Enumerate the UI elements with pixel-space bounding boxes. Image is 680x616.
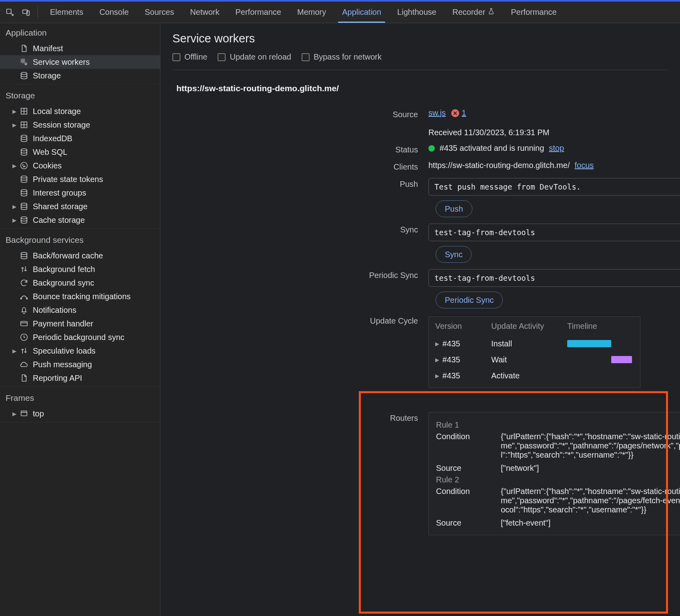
svg-rect-2 [27, 11, 29, 15]
sidebar-item-interest-groups[interactable]: Interest groups [0, 186, 160, 200]
sidebar-item-label: Push messaging [33, 360, 92, 369]
tab-console[interactable]: Console [91, 2, 136, 23]
chevron-right-icon: ▸ [435, 339, 439, 348]
tab-sources[interactable]: Sources [137, 2, 182, 23]
error-badge[interactable]: ✕ 1 [451, 108, 466, 118]
chevron-right-icon: ▸ [12, 202, 17, 211]
svg-point-4 [25, 63, 27, 65]
timeline-bar [611, 356, 632, 363]
sidebar-item-label: Shared storage [33, 202, 88, 211]
status-indicator-icon [428, 145, 435, 152]
offline-checkbox[interactable]: Offline [172, 52, 207, 62]
sidebar-item-background-sync[interactable]: Background sync [0, 276, 160, 290]
update-cycle-row[interactable]: ▸#435Wait [429, 352, 640, 368]
sidebar-item-web-sql[interactable]: Web SQL [0, 145, 160, 159]
svg-point-15 [21, 190, 27, 192]
sidebar-item-local-storage[interactable]: ▸Local storage [0, 104, 160, 118]
sidebar-item-background-fetch[interactable]: Background fetch [0, 262, 160, 276]
sidebar-item-label: Service workers [33, 58, 90, 67]
sidebar-item-label: Cookies [33, 161, 62, 170]
sidebar-item-push-messaging[interactable]: Push messaging [0, 358, 160, 371]
router-condition-value: {"urlPattern":{"hash":"*","hostname":"sw… [501, 487, 680, 514]
tab-lighthouse[interactable]: Lighthouse [389, 2, 444, 23]
sidebar-item-private-state-tokens[interactable]: Private state tokens [0, 172, 160, 186]
sidebar-item-label: Local storage [33, 107, 81, 116]
tab-elements[interactable]: Elements [42, 2, 91, 23]
error-count[interactable]: 1 [462, 108, 466, 118]
push-input[interactable] [428, 178, 680, 196]
update-cycle-row[interactable]: ▸#435Activate [429, 368, 640, 384]
sidebar-item-manifest[interactable]: Manifest [0, 42, 160, 55]
uc-col-timeline: Timeline [567, 322, 634, 331]
router-condition-value: {"urlPattern":{"hash":"*","hostname":"sw… [501, 432, 680, 460]
sidebar-item-payment-handler[interactable]: Payment handler [0, 317, 160, 330]
updown-icon [19, 346, 29, 356]
sidebar-item-label: Cache storage [33, 216, 85, 225]
inspect-icon[interactable] [2, 5, 18, 20]
sidebar-item-label: Notifications [33, 306, 76, 315]
cookie-icon [19, 161, 29, 170]
tab-recorder[interactable]: Recorder [444, 2, 503, 23]
sidebar-item-session-storage[interactable]: ▸Session storage [0, 118, 160, 132]
source-file-link[interactable]: sw.js [428, 108, 446, 118]
bypass-network-checkbox[interactable]: Bypass for network [302, 52, 382, 62]
sidebar-item-label: Private state tokens [33, 175, 103, 184]
svg-point-11 [22, 164, 23, 165]
top-tabs: ElementsConsoleSourcesNetworkPerformance… [42, 2, 565, 23]
device-toggle-icon[interactable] [18, 5, 34, 20]
label-status: Status [160, 144, 428, 154]
file-icon [19, 373, 29, 383]
routers-box: Rule 1Condition{"urlPattern":{"hash":"*"… [428, 412, 680, 535]
stop-link[interactable]: stop [549, 144, 564, 153]
focus-link[interactable]: focus [574, 161, 594, 170]
db-icon [19, 202, 29, 211]
sidebar-item-storage[interactable]: Storage [0, 69, 160, 82]
sidebar-item-label: Interest groups [33, 188, 86, 198]
tab-application[interactable]: Application [334, 2, 389, 23]
sidebar-item-shared-storage[interactable]: ▸Shared storage [0, 200, 160, 213]
sidebar-item-reporting-api[interactable]: Reporting API [0, 371, 160, 385]
sync-button[interactable]: Sync [436, 246, 472, 263]
sidebar-item-bounce-tracking-mitigations[interactable]: Bounce tracking mitigations [0, 290, 160, 303]
sidebar-item-speculative-loads[interactable]: ▸Speculative loads [0, 344, 160, 358]
db-icon [19, 134, 29, 143]
push-button[interactable]: Push [436, 200, 472, 217]
periodic-sync-input[interactable] [428, 269, 680, 287]
sidebar-item-label: Periodic background sync [33, 333, 124, 342]
sidebar-item-indexeddb[interactable]: IndexedDB [0, 132, 160, 145]
db-icon [19, 71, 29, 80]
update-on-reload-checkbox[interactable]: Update on reload [218, 52, 291, 62]
tab-memory[interactable]: Memory [289, 2, 334, 23]
sidebar-item-back-forward-cache[interactable]: Back/forward cache [0, 249, 160, 262]
svg-rect-23 [21, 411, 27, 416]
chevron-right-icon: ▸ [435, 355, 439, 364]
sidebar-item-cache-storage[interactable]: ▸Cache storage [0, 213, 160, 227]
sidebar-item-periodic-background-sync[interactable]: Periodic background sync [0, 330, 160, 344]
svg-point-10 [21, 162, 28, 169]
sidebar-item-service-workers[interactable]: Service workers [0, 55, 160, 69]
sidebar-item-top[interactable]: ▸top [0, 407, 160, 420]
label-update-cycle: Update Cycle [160, 315, 428, 326]
grid-icon [19, 106, 29, 116]
update-cycle-row[interactable]: ▸#435Install [429, 336, 640, 352]
svg-point-20 [26, 298, 28, 299]
label-push: Push [160, 178, 428, 189]
uc-activity: Wait [491, 355, 567, 364]
router-source-label: Source [436, 464, 492, 473]
tab-performance[interactable]: Performance [228, 2, 290, 23]
tab-performance[interactable]: Performance [503, 2, 565, 23]
sidebar-item-cookies[interactable]: ▸Cookies [0, 159, 160, 172]
svg-point-17 [21, 217, 27, 219]
periodic-sync-button[interactable]: Periodic Sync [436, 292, 503, 308]
sidebar-group-title: Application [0, 23, 160, 42]
sidebar-item-label: Web SQL [33, 148, 67, 157]
router-rule-title: Rule 2 [436, 475, 680, 484]
sync-input[interactable] [428, 224, 680, 241]
tab-network[interactable]: Network [182, 2, 227, 23]
updown-icon [19, 264, 29, 274]
router-condition-label: Condition [436, 432, 492, 460]
sidebar-group-title: Background services [0, 230, 160, 249]
received-time: Received 11/30/2023, 6:19:31 PM [428, 128, 680, 137]
router-source-value: ["network"] [501, 464, 680, 473]
sidebar-item-notifications[interactable]: Notifications [0, 303, 160, 317]
